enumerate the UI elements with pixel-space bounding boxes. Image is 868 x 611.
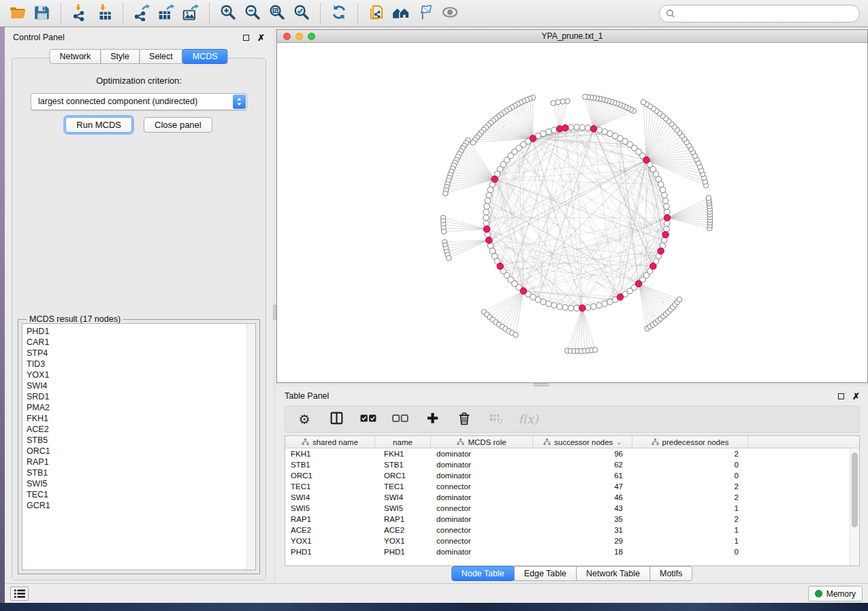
cell-predecessor_nodes: 1 (632, 504, 748, 512)
mcds-result-item[interactable]: SWI5 (27, 478, 255, 489)
zoom-fit-button[interactable] (266, 3, 288, 24)
mcds-result-item[interactable]: STB1 (27, 467, 255, 478)
column-header-successor-nodes[interactable]: successor nodes⌄ (533, 436, 632, 448)
tab-select[interactable]: Select (139, 49, 183, 64)
minimize-window-icon[interactable] (295, 33, 303, 40)
function-builder-disabled-button: f(x) (520, 411, 536, 427)
table-row[interactable]: ACE2ACE2connector311 (285, 525, 850, 535)
column-header-name[interactable]: name (375, 436, 431, 448)
column-header-predecessor-nodes[interactable]: predecessor nodes (632, 436, 748, 448)
column-type-icon (302, 438, 309, 446)
table-header-row: shared namenameMCDS rolesuccessor nodes⌄… (285, 436, 859, 448)
table-row[interactable]: ORC1ORC1dominator610 (285, 470, 850, 481)
flag-icon (417, 3, 434, 23)
table-row[interactable]: STB1STB1dominator620 (285, 459, 850, 470)
deselect-all-button[interactable] (392, 411, 408, 427)
memory-label: Memory (826, 589, 856, 599)
tab-edge-table[interactable]: Edge Table (514, 566, 577, 581)
mcds-result-item[interactable]: SRD1 (27, 391, 255, 402)
table-row[interactable]: TEC1TEC1connector472 (285, 481, 850, 492)
show-panels-button[interactable] (10, 587, 29, 601)
export-table-button[interactable] (155, 3, 177, 24)
mcds-result-item[interactable]: ORC1 (27, 446, 255, 457)
tab-network[interactable]: Network (49, 49, 101, 64)
eye-button[interactable] (439, 3, 461, 24)
zoom-in-button[interactable] (217, 3, 239, 24)
refresh-button[interactable] (328, 3, 350, 24)
mcds-result-item[interactable]: SWI4 (27, 380, 255, 391)
delete-button[interactable] (456, 411, 472, 427)
table-panel-title: Table Panel (285, 391, 329, 401)
mcds-result-item[interactable]: GCR1 (27, 500, 255, 511)
cell-shared_name: SWI4 (285, 493, 375, 501)
column-header-filler (748, 436, 859, 448)
table-row[interactable]: YOX1YOX1connector291 (285, 535, 850, 546)
float-panel-icon[interactable] (243, 35, 249, 41)
cell-successor_nodes: 61 (533, 472, 632, 480)
memory-button[interactable]: Memory (808, 586, 863, 601)
mcds-result-title: MCDS result (17 nodes) (27, 314, 123, 324)
settings-gear-button[interactable]: ⚙ (296, 411, 312, 427)
tab-network-table[interactable]: Network Table (576, 566, 650, 581)
maximize-window-icon[interactable] (308, 33, 315, 40)
mcds-result-item[interactable]: ACE2 (27, 424, 255, 435)
share-pages-button[interactable] (366, 3, 387, 24)
mcds-result-item[interactable]: YOX1 (27, 369, 255, 380)
zoom-out-button[interactable] (242, 3, 263, 24)
mcds-result-item[interactable]: TID3 (27, 359, 255, 369)
float-panel-icon[interactable] (838, 393, 844, 399)
tab-style[interactable]: Style (100, 49, 140, 64)
network-view-window: YPA_prune.txt_1 (276, 29, 868, 383)
cell-successor_nodes: 47 (533, 482, 632, 491)
zoom-selected-button[interactable] (291, 3, 312, 24)
status-bar: Memory (5, 583, 868, 603)
table-row[interactable]: RAP1RAP1dominator352 (285, 514, 850, 525)
open-session-button[interactable] (7, 3, 29, 24)
search-input[interactable] (679, 9, 853, 18)
network-canvas[interactable] (277, 43, 867, 382)
tab-motifs[interactable]: Motifs (649, 566, 692, 581)
search-box[interactable] (659, 5, 860, 22)
scrollbar-thumb[interactable] (852, 452, 858, 527)
column-chooser-button[interactable] (328, 411, 344, 427)
select-all-button[interactable] (360, 411, 376, 427)
close-panel-button[interactable]: Close panel (144, 117, 212, 133)
function-builder-disabled-icon: f(x) (518, 412, 538, 426)
table-row[interactable]: SWI4SWI4dominator462 (285, 492, 850, 503)
mcds-result-item[interactable]: FKH1 (27, 413, 255, 424)
table-row[interactable]: PHD1PHD1dominator180 (285, 546, 850, 557)
table-row[interactable]: SWI5SWI5connector431 (285, 503, 850, 514)
import-table-button[interactable] (93, 3, 115, 24)
close-panel-icon[interactable]: ✗ (257, 33, 265, 42)
mcds-result-item[interactable]: PMA2 (27, 402, 255, 413)
houses-button[interactable] (390, 3, 412, 24)
mcds-result-item[interactable]: PHD1 (27, 326, 255, 337)
import-network-button[interactable] (69, 3, 91, 24)
mcds-result-item[interactable]: STB5 (27, 435, 255, 446)
column-header-MCDS-role[interactable]: MCDS role (431, 436, 533, 448)
cell-predecessor_nodes: 0 (632, 461, 748, 469)
mcds-result-item[interactable]: STP4 (27, 348, 255, 359)
mcds-result-list: PHD1CAR1STP4TID3YOX1SWI4SRD1PMA2FKH1ACE2… (22, 323, 256, 570)
cell-name: SWI4 (375, 493, 431, 501)
mcds-result-item[interactable]: CAR1 (27, 337, 255, 348)
criterion-dropdown[interactable]: largest connected component (undirected) (31, 93, 247, 110)
add-button[interactable] (424, 411, 440, 427)
close-window-icon[interactable] (283, 33, 291, 40)
criterion-dropdown-value: largest connected component (undirected) (38, 97, 197, 106)
flag-button[interactable] (415, 3, 436, 24)
column-header-shared-name[interactable]: shared name (285, 436, 375, 448)
table-scrollbar[interactable] (850, 448, 859, 565)
tab-node-table[interactable]: Node Table (451, 566, 515, 581)
run-mcds-button[interactable]: Run MCDS (65, 117, 132, 133)
tab-mcds[interactable]: MCDS (182, 49, 228, 64)
mcds-result-item[interactable]: RAP1 (27, 457, 255, 467)
save-session-button[interactable] (31, 3, 53, 24)
close-panel-icon[interactable]: ✗ (852, 392, 860, 401)
mcds-result-item[interactable]: TEC1 (27, 489, 255, 500)
cell-predecessor_nodes: 1 (632, 526, 748, 534)
export-image-button[interactable] (180, 3, 202, 24)
table-row[interactable]: FKH1FKH1dominator962 (285, 448, 850, 459)
export-network-button[interactable] (131, 3, 152, 24)
mcds-result-scrollbar[interactable] (246, 324, 255, 569)
